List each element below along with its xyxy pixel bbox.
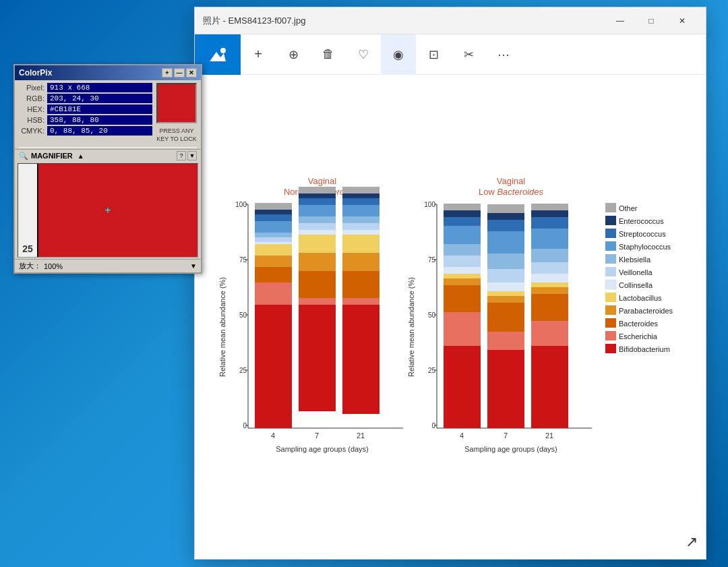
add-button[interactable]: + [241,34,276,75]
left-x-label-21: 21 [357,431,365,440]
maximize-button[interactable]: □ [636,10,667,32]
right-x-label-7: 7 [504,431,508,440]
legend-staphylococcus-color [605,241,616,251]
content-area: Vaginal Normal Bacteroides Vaginal Low B… [195,75,706,559]
magnifier-center-panel: + [38,164,177,257]
right-bar3-veillonella [531,262,568,274]
left-x-label-7: 7 [315,431,319,440]
legend-staphylococcus-label: Staphylococcus [619,243,671,251]
left-bar2-veillonella [299,223,336,230]
left-bar1-bacteroides [255,267,292,282]
right-bar3-enterococcus [531,210,568,217]
zoom-bar: 放大： 100% ▼ [15,259,201,272]
delete-button[interactable]: 🗑 [311,34,346,75]
right-x-label-21: 21 [545,431,553,440]
close-button[interactable]: ✕ [667,10,698,32]
legend-veillonella-color [605,267,616,276]
legend-enterococcus-color [605,216,616,225]
left-bar1-collinsella [255,242,292,244]
left-bar1-klebsiella [255,233,292,237]
legend-parabacteroides-color [605,305,616,315]
left-bar3-enterococcus [342,193,380,198]
left-bar2-enterococcus [299,193,336,198]
left-x-label-4: 4 [271,431,275,440]
left-bar2-parabacteroides [299,253,336,271]
heart-icon: ♡ [358,47,369,62]
magnifier-number: 25 [22,243,33,254]
hsb-row: HSB: 358, 88, 80 [19,115,152,125]
colorpix-close-button[interactable]: ✕ [186,68,197,78]
right-bar1-enterococcus [444,210,481,217]
magnifier-info-button[interactable]: ? [177,151,186,160]
toolbar: + ⊕ 🗑 ♡ ◉ ⊡ ✂ ⋯ [195,34,706,75]
magnifier-buttons: ? ▼ [177,151,197,160]
right-bar3-collinsella [531,274,568,282]
colorpix-window: ColorPix + — ✕ Pixel: 913 x 668 RGB: 203… [13,64,202,274]
right-bar1-streptococcus [444,217,481,226]
hex-row: HEX: #CB181E [19,105,152,114]
right-bar2-bifidobacterium [487,350,524,428]
cmyk-value: 0, 88, 85, 20 [47,126,152,136]
circle-button[interactable]: ◉ [381,34,416,75]
right-bar3-escherichia [531,321,568,346]
left-bar1-lactobacillus [255,244,292,256]
left-bar3-collinsella [342,230,380,235]
legend-streptococcus-color [605,229,616,238]
zoom-button[interactable]: ⊕ [276,34,311,75]
right-bar3-bacteroides [531,294,568,321]
trash-icon: 🗑 [322,47,334,61]
legend-bacteroides-color [605,318,616,328]
minimize-button[interactable]: — [605,10,636,32]
more-button[interactable]: ⋯ [486,34,521,75]
right-bar3-klebsiella [531,249,568,262]
right-bar2-streptococcus [487,220,524,231]
pixel-label: Pixel: [19,84,44,92]
zoom-dropdown-button[interactable]: ▼ [190,262,197,270]
left-bar2-lactobacillus [299,235,336,253]
legend-veillonella-label: Veillonella [619,268,653,276]
legend-lactobacillus-label: Lactobacillus [619,294,662,302]
right-bar1-bifidobacterium [444,346,481,428]
right-bar1-bacteroides [444,285,481,312]
crop-button[interactable]: ⊡ [416,34,451,75]
legend-collinsella-label: Collinsella [619,281,653,289]
right-chart-title-line2: Low Bacteroides [479,187,544,197]
magnifier-content: 25 + [18,164,198,257]
legend-other-label: Other [619,204,638,212]
magnifier-toggle-button[interactable]: ▼ [187,151,197,160]
left-x-axis-title: Sampling age groups (days) [276,445,369,453]
left-bar1-parabacteroides [255,256,292,267]
expand-icon[interactable]: ↗ [686,533,698,551]
legend-streptococcus-label: Streptococcus [619,230,666,238]
zoom-value: 100% [44,262,187,270]
title-buttons: — □ ✕ [605,10,698,32]
colorpix-title-bar: ColorPix + — ✕ [15,65,201,80]
legend-klebsiella-label: Klebsiella [619,256,651,264]
left-bar1-veillonella [255,237,292,242]
right-x-axis-title: Sampling age groups (days) [464,445,557,453]
right-x-label-4: 4 [460,431,464,440]
favorite-button[interactable]: ♡ [346,34,381,75]
edit-button[interactable]: ✂ [451,34,486,75]
left-bar2-klebsiella [299,216,336,223]
zoom-label: 放大： [19,261,41,271]
colorpix-title-buttons: + — ✕ [162,68,197,78]
right-bar2-staphylococcus [487,231,524,253]
right-bar2-collinsella [487,282,524,291]
left-bar2-collinsella [299,230,336,235]
colorpix-minimize-button[interactable]: — [174,68,185,78]
left-bar1-bifidobacterium [255,305,292,428]
magnifier-bar: 🔍 MAGNIFIER ▲ ? ▼ [15,149,201,162]
legend-bacteroides-label: Bacteroides [619,320,659,328]
rgb-label: RGB: [19,94,44,102]
colorpix-add-button[interactable]: + [162,68,173,78]
right-bar1-escherichia [444,312,481,346]
zoom-icon: ⊕ [289,47,299,62]
right-bar3-parabacteroides [531,287,568,294]
y-axis-label-right: Relative mean abundance (%) [407,277,415,377]
legend-other-color [605,203,616,212]
right-bar1-staphylococcus [444,226,481,244]
right-chart-title-line1: Vaginal [497,176,526,186]
magnifier-right-panel [177,164,198,257]
left-bar3-parabacteroides [342,253,380,271]
